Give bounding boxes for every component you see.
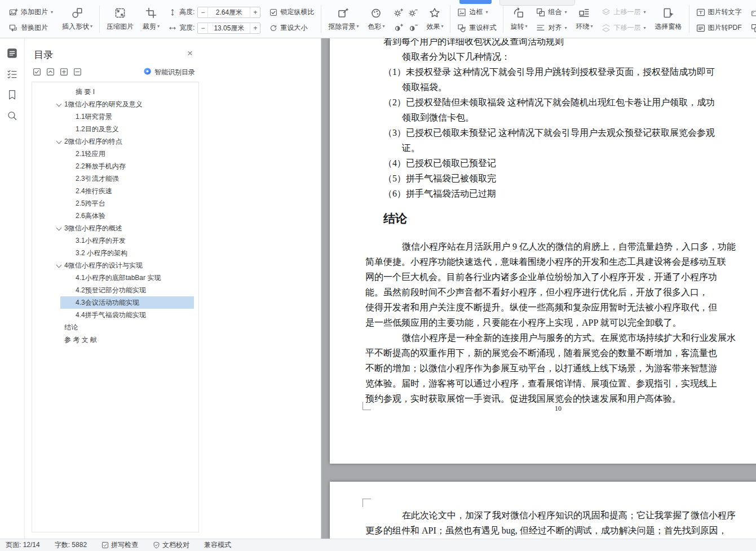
bring-forward-button[interactable]: 上移一层 ▾ [602,5,646,19]
toc-item[interactable]: 1微信小程序的研究及意义 [32,98,198,110]
doc-line[interactable]: （2）已授权登陆但未领取福袋 这种情况下就会随机出现红包卡卷让用户领取，成功 [383,95,715,110]
toc-item[interactable]: 3微信小程序的概述 [32,222,198,234]
doc-line[interactable]: 领取者分为以下几种情况： [402,49,510,64]
chevron-down-icon[interactable] [56,101,62,107]
toc-collapse-all-button[interactable] [73,68,82,76]
search-panel-button[interactable] [0,105,24,126]
doc-line[interactable]: 看到每个用户的详细收包状况及查询活动规则 [383,38,564,49]
rotate-button[interactable]: 旋转▾ [506,5,532,32]
picture-to-text-button[interactable]: 图片转文字 [696,5,742,19]
share-button-fragment[interactable] [459,0,492,4]
brightness-up-button[interactable] [394,8,403,17]
height-decrease-button[interactable]: − [198,8,207,16]
border-button[interactable]: 边框 ▾ [457,5,496,19]
smart-recognize-toc-button[interactable]: 智能识别目录 [143,67,195,77]
contrast-up-button[interactable] [394,23,403,33]
toc-item[interactable]: 2微信小程序的特点 [32,135,198,148]
doc-line[interactable]: 领取到微信卡包。 [402,110,474,125]
doc-line[interactable]: （6）拼手气福袋活动已过期 [383,186,496,201]
doc-line[interactable]: 是一些低频应用的主要功能，只要能在小程序上实现，APP 就可以完全卸载了。 [365,315,682,330]
chevron-down-icon[interactable] [56,263,62,268]
compress-picture-button[interactable]: 压缩图片 [102,5,138,32]
bookmark-panel-button[interactable] [0,85,24,105]
crop-button[interactable]: 裁剪▾ [138,5,164,32]
wrap-button[interactable]: 环绕▾ [571,5,597,32]
picture-to-pdf-button[interactable]: 图片转PDF [696,21,742,35]
toc-item[interactable]: 2.6高体验 [32,210,198,222]
doc-line[interactable]: 微信小程序是一种全新的连接用户与服务的方式。在展览市场持续扩大和行业发展水 [402,330,736,345]
width-value-field[interactable]: 13.05厘米 [207,23,250,33]
spell-check-button[interactable]: 拼写检查 [101,540,138,550]
toc-item[interactable]: 2.4推行疾速 [32,185,198,197]
doc-line[interactable]: （1）未授权登录 这种情况下就会引导用户跳转到授权登录页面，授权登陆成功即可 [383,64,715,79]
outline-panel-button[interactable] [0,43,24,64]
align-button[interactable]: 对齐 ▾ [536,21,567,35]
doc-line[interactable]: （5）拼手气福袋已被领取完 [383,171,496,186]
page-indicator[interactable]: 页面: 12/14 [6,540,40,550]
contrast-down-button[interactable] [408,23,418,33]
add-picture-button[interactable]: 添加图片 ▾ [9,5,53,19]
conclusion-heading[interactable]: 结论 [383,210,407,228]
replace-picture-button[interactable]: 替换图片 [9,21,53,35]
doc-line[interactable]: 预约参观，实时获取展馆一手资讯。促进我国展览会的快速发展和用户高体验。 [365,391,681,406]
document-page-2[interactable]: 在此次论文中，加深了我对微信小程序知识的巩固和提高；它让我掌握了微信小程序 更多… [330,482,756,539]
remove-background-button[interactable]: 抠除背景▾ [324,5,363,32]
doc-line[interactable]: 微信小程序站在月活跃用户 9 亿人次的微信的肩膀上，自带流量趋势，入口多，功能 [402,239,736,254]
group-button[interactable]: 组合 ▾ [536,5,567,19]
document-page-1[interactable]: 看到每个用户的详细收包状况及查询活动规则 领取者分为以下几种情况： （1）未授权… [330,38,756,464]
chevron-down-icon[interactable] [56,225,62,231]
lock-aspect-checkbox[interactable]: 锁定纵横比 [269,5,314,19]
toc-checkbox-button[interactable] [33,68,41,76]
reset-size-button[interactable]: 重设大小 [269,21,314,35]
doc-line[interactable]: 能。虽然前段时间不少声音都不看好小程序，但小程序进行优化后，开放了很多入口， [365,285,708,300]
toc-item-selected[interactable]: 4.3会议活动功能实现 [32,296,198,309]
toc-item[interactable]: 参 考 文 献 [32,334,198,346]
chevron-down-icon[interactable] [56,139,62,144]
selection-pane-button[interactable]: 选择窗格 [651,5,687,32]
word-count[interactable]: 字数: 5882 [55,540,87,550]
search-box-fragment[interactable] [499,0,575,6]
compat-mode-indicator[interactable]: 兼容模式 [204,540,231,550]
doc-line[interactable]: 使得开发者和用户关注度不断提升。纵使一些高频和复杂应用暂时无法被小程序取代，但 [365,300,717,315]
doc-line[interactable]: 在此次论文中，加深了我对微信小程序知识的巩固和提高；它让我掌握了微信小程序 [402,508,736,523]
color-button[interactable]: 色彩▾ [363,5,389,32]
width-increase-button[interactable]: + [250,24,260,32]
toc-item[interactable]: 4微信小程序的设计与实现 [32,259,198,272]
doc-line[interactable]: 平不断提高的双重作用下，新的展览会不断涌现，随着展览会的数量不断增加，客流量也 [365,345,717,361]
doc-line[interactable]: （3）已授权已领取未预登记 这种情况下就会引导用户去观众预登记获取展览会参观 [383,125,715,140]
close-icon[interactable]: × [187,48,193,59]
toc-item[interactable]: 结论 [32,321,198,334]
doc-line[interactable]: （4）已授权已领取已预登记 [383,155,496,171]
doc-line[interactable]: 更多的组件和 API；虽然也有遇见 bug, 但经过不断的调试，成功解决问题；首… [365,523,727,538]
picture-translate-button[interactable]: 图片翻译 [751,21,756,35]
toc-item[interactable]: 2.5跨平台 [32,197,198,210]
brightness-down-button[interactable] [408,8,418,17]
toc-item[interactable]: 2.3引流才能强 [32,172,198,185]
toc-item[interactable]: 3.1小程序的开发 [32,234,198,247]
doc-line[interactable]: 简单便捷。小程序功能快速迭代，意味着围绕小程序的开发和生态工具建设将会是移动互联 [365,254,726,269]
reset-style-button[interactable]: 重设样式 [457,21,496,35]
toc-item[interactable]: 2.2释放手机内存 [32,160,198,172]
send-backward-button[interactable]: 下移一层 ▾ [602,21,646,35]
doc-line[interactable]: 领取福袋。 [402,79,447,95]
doc-line[interactable]: 网的一个巨大机会。目前各行业内诸多企业单位纷纷加入了小程序开发，开通了小程序功 [365,269,717,285]
doc-line[interactable]: 证。 [402,140,420,155]
toc-item[interactable]: 4.2预登记部分功能实现 [32,284,198,296]
picture-extract-button[interactable]: 图片提取 [751,5,756,19]
insert-shape-button[interactable]: 插入形状▾ [58,5,97,32]
checklist-panel-button[interactable] [0,64,24,85]
toc-item[interactable]: 1.1研究背景 [32,110,198,123]
doc-line[interactable]: 不断的增加；以微信小程序作为参展互动平台，以打通线上线下场景，为游客带来智慧游 [365,361,717,376]
height-value-field[interactable]: 2.64厘米 [207,7,250,17]
toc-item[interactable]: 3.2 小程序的架构 [32,247,198,259]
doc-line[interactable]: 览体验。届时，游客将可以通过小程序，查看展馆详情、展项位置、参观指引，实现线上 [365,376,717,391]
toc-item[interactable]: 2.1轻应用 [32,148,198,160]
doc-proof-button[interactable]: 文档校对 [153,540,189,550]
toc-item-abstract[interactable]: 摘 要 I [32,86,198,98]
toc-expand-all-button[interactable] [60,68,68,76]
height-increase-button[interactable]: + [250,8,260,16]
width-decrease-button[interactable]: − [198,24,207,32]
toc-item[interactable]: 1.2目的及意义 [32,123,198,135]
toc-item[interactable]: 4.1小程序的底部tabBar 实现 [32,272,198,284]
toc-item[interactable]: 4.4拼手气福袋功能实现 [32,309,198,321]
